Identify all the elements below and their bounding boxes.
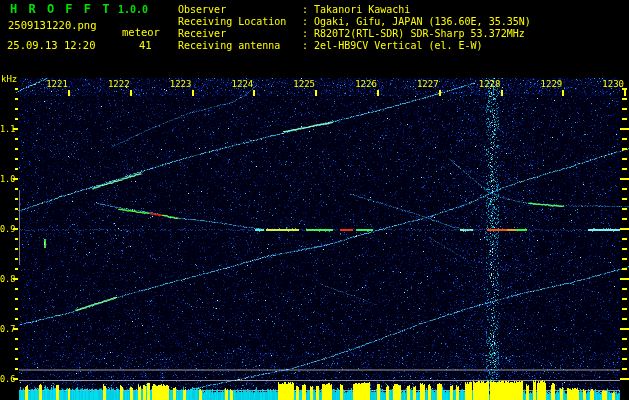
time-tick-label: 1229 bbox=[541, 80, 563, 89]
time-tick-label: 1223 bbox=[170, 80, 192, 89]
station-info-block: Observer: Takanori KawachiReceiving Loca… bbox=[178, 5, 531, 53]
station-info-value: R820T2(RTL-SDR) SDR-Sharp 53.372MHz bbox=[314, 28, 525, 39]
station-info-value: Takanori Kawachi bbox=[314, 4, 410, 15]
frequency-tick-label: 1.1 bbox=[0, 125, 15, 134]
station-info-separator: : bbox=[302, 4, 314, 15]
station-info-row: Receiving antenna: 2el-HB9CV Vertical (e… bbox=[178, 41, 531, 53]
observation-mode: meteor bbox=[122, 27, 160, 38]
station-info-label: Receiving Location bbox=[178, 17, 302, 27]
time-tick-label: 1225 bbox=[293, 80, 315, 89]
echo-count: 41 bbox=[139, 40, 152, 51]
station-info-value: Ogaki, Gifu, JAPAN (136.60E, 35.35N) bbox=[314, 16, 531, 27]
station-info-separator: : bbox=[302, 16, 314, 27]
station-info-value: 2el-HB9CV Vertical (el. E-W) bbox=[314, 40, 483, 51]
observation-datetime: 25.09.13 12:20 bbox=[7, 40, 96, 51]
app-title: H R O F F T bbox=[10, 3, 111, 15]
output-filename: 2509131220.png bbox=[8, 20, 97, 31]
time-tick-label: 1228 bbox=[479, 80, 501, 89]
time-tick-label: 1224 bbox=[232, 80, 254, 89]
station-info-separator: : bbox=[302, 40, 314, 51]
frequency-tick-label: 0.9 bbox=[0, 225, 15, 234]
station-info-label: Receiver bbox=[178, 29, 302, 39]
station-info-label: Receiving antenna bbox=[178, 41, 302, 51]
station-info-separator: : bbox=[302, 28, 314, 39]
time-tick-label: 1222 bbox=[108, 80, 130, 89]
time-tick-label: 1227 bbox=[417, 80, 439, 89]
hrofft-screen: H R O F F T 1.0.0 2509131220.png meteor … bbox=[0, 0, 629, 400]
app-version: 1.0.0 bbox=[118, 5, 148, 15]
station-info-label: Observer bbox=[178, 5, 302, 15]
frequency-tick-label: 0.7 bbox=[0, 325, 15, 334]
time-tick-label: 1230 bbox=[602, 80, 624, 89]
spectrogram-canvas bbox=[0, 0, 629, 400]
time-tick-label: 1221 bbox=[46, 80, 68, 89]
frequency-tick-label: 0.6 bbox=[0, 375, 15, 384]
time-tick-label: 1226 bbox=[355, 80, 377, 89]
frequency-tick-label: 0.8 bbox=[0, 275, 15, 284]
frequency-unit-label: kHz bbox=[1, 75, 17, 84]
frequency-tick-label: 1.0 bbox=[0, 175, 15, 184]
